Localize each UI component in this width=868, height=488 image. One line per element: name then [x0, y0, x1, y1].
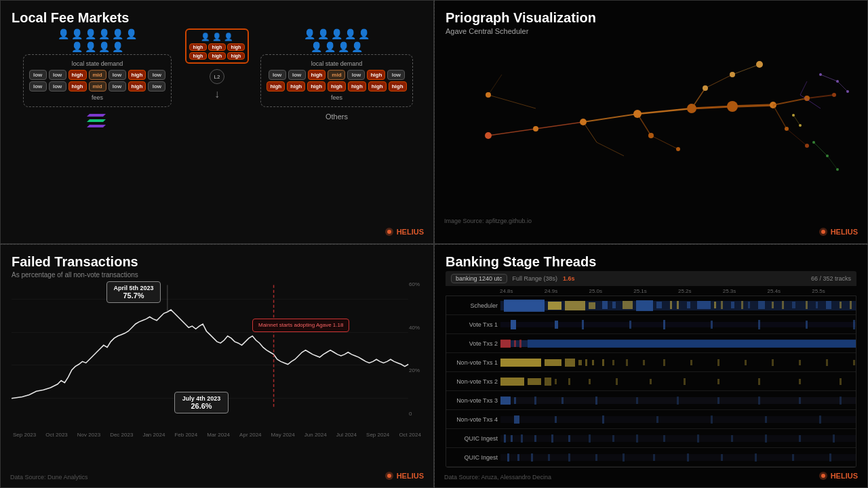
svg-rect-159	[500, 435, 856, 442]
helius-logo-priograph: HELIUS	[818, 227, 858, 237]
slot-mid: mid	[89, 81, 106, 92]
slot-low: low	[269, 70, 286, 80]
svg-rect-172	[765, 434, 767, 443]
svg-rect-68	[589, 302, 595, 309]
slot-high: high	[68, 70, 87, 80]
svg-rect-138	[840, 378, 842, 385]
person-icon: 👤	[112, 28, 123, 39]
fee-left-section: 👤 👤 👤 👤 👤 👤 👤 👤 👤 👤 local state demand	[12, 28, 183, 134]
svg-rect-128	[545, 378, 551, 386]
priograph-panel: Priograph Visualization Agave Central Sc…	[434, 0, 868, 244]
svg-rect-126	[500, 378, 524, 386]
annotation-july-date: July 4th 2023	[180, 395, 222, 402]
svg-rect-72	[636, 300, 653, 311]
highlight-slots: high high high	[189, 43, 245, 51]
track-bar-area-quic2	[500, 450, 856, 465]
svg-rect-185	[687, 453, 689, 462]
svg-rect-189	[829, 453, 831, 462]
svg-rect-100	[758, 320, 760, 329]
svg-rect-98	[663, 320, 665, 329]
track-row-nonvote4: Non-vote Txs 4	[446, 410, 856, 429]
x-label: Mar 2024	[207, 432, 230, 438]
svg-point-1	[387, 230, 391, 234]
slot-low: low	[49, 81, 66, 92]
svg-point-28	[648, 133, 654, 138]
svg-rect-121	[745, 360, 747, 365]
slot-high: high	[128, 81, 146, 92]
svg-point-63	[387, 474, 391, 478]
svg-rect-123	[799, 360, 801, 365]
track-row-nonvote2: Non-vote Txs 2	[446, 372, 856, 391]
nonvote3-bars	[500, 393, 856, 408]
svg-point-27	[756, 61, 763, 68]
svg-rect-81	[741, 301, 743, 309]
svg-point-50	[846, 90, 849, 93]
track-label-nonvote2: Non-vote Txs 2	[446, 378, 500, 385]
svg-rect-110	[565, 359, 575, 367]
svg-rect-164	[551, 434, 553, 443]
person-icon: 👤	[71, 28, 83, 39]
slot-low: low	[148, 70, 165, 80]
svg-rect-155	[656, 416, 658, 423]
svg-point-29	[676, 147, 680, 151]
l2-badge: L2	[210, 69, 224, 84]
svg-point-22	[687, 104, 696, 113]
slot-high: high	[368, 81, 387, 92]
x-label: Sep 2023	[13, 432, 36, 438]
annotation-april-value: 75.7%	[113, 291, 155, 300]
svg-rect-74	[670, 301, 672, 309]
svg-rect-147	[717, 397, 719, 404]
svg-rect-71	[623, 301, 633, 309]
svg-rect-160	[504, 434, 506, 443]
svg-rect-148	[758, 396, 760, 405]
time-marker: 25.0s	[589, 288, 634, 294]
svg-rect-85	[782, 301, 784, 309]
svg-rect-156	[711, 415, 713, 424]
helius-label: HELIUS	[831, 472, 858, 480]
y-label-0: 0	[409, 411, 420, 417]
svg-rect-86	[792, 302, 795, 308]
banking-header: banking 1240 utc Full Range (38s) 1.6s 6…	[446, 271, 856, 286]
svg-rect-131	[589, 379, 591, 384]
track-row-nonvote3: Non-vote Txs 3	[446, 391, 856, 410]
svg-rect-76	[687, 302, 690, 308]
svg-rect-149	[799, 397, 801, 404]
x-label: Oct 2023	[45, 432, 67, 438]
helius-label: HELIUS	[831, 228, 858, 236]
svg-rect-67	[565, 301, 585, 310]
svg-rect-108	[500, 359, 541, 367]
slot-low: low	[387, 70, 405, 80]
time-marker: 25.2s	[678, 288, 723, 294]
fee-left-label: fees	[29, 94, 166, 101]
track-row-quic2: QUIC Ingest	[446, 448, 856, 467]
x-label: Sep 2024	[366, 432, 389, 438]
time-marker: 25.1s	[633, 288, 678, 294]
fee-markets-panel: Local Fee Markets 👤 👤 👤 👤 👤 👤 👤 👤 👤	[0, 0, 434, 244]
fee-right-section: 👤 👤 👤 👤 👤 👤 👤 👤 👤 local state demand low	[251, 28, 422, 121]
svg-rect-182	[595, 454, 597, 461]
time-marker: 25.5s	[812, 288, 856, 294]
highlight-group: 👤 👤 👤 high high high high high high	[185, 28, 249, 64]
slot-high: high	[287, 81, 305, 92]
svg-point-37	[785, 127, 789, 131]
x-label: Jan 2024	[142, 432, 165, 438]
x-label: Feb 2024	[174, 432, 197, 438]
fee-middle-section: 👤 👤 👤 high high high high high high	[190, 28, 244, 115]
y-label-60: 60%	[409, 281, 420, 287]
banking-time: 1.6s	[563, 275, 575, 282]
svg-point-45	[836, 168, 839, 171]
svg-rect-141	[514, 397, 516, 404]
svg-rect-124	[826, 359, 828, 366]
slot-high: high	[367, 70, 385, 80]
svg-rect-177	[507, 453, 509, 462]
person-icon: 👤	[338, 41, 349, 52]
svg-rect-120	[717, 359, 719, 366]
person-icon: 👤	[304, 28, 315, 39]
slot-high-sm: high	[227, 52, 245, 60]
svg-rect-82	[748, 302, 750, 308]
nonvote4-bars	[500, 412, 856, 427]
svg-rect-104	[500, 340, 511, 348]
svg-rect-140	[500, 396, 511, 405]
people-row-mid-left: 👤 👤 👤 👤	[71, 41, 123, 52]
x-label: Apr 2024	[239, 432, 261, 438]
